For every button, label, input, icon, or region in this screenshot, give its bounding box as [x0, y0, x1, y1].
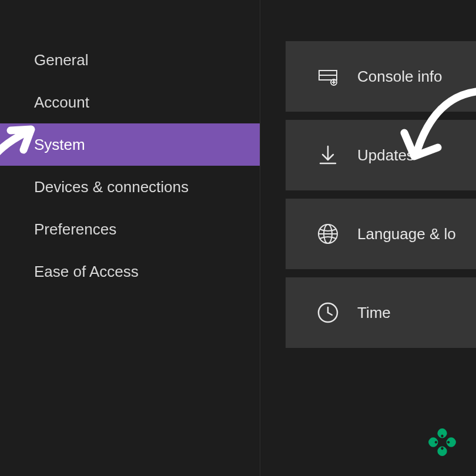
- settings-content: Console info Updates Language & lo: [286, 41, 476, 348]
- settings-sidebar: General Account System Devices & connect…: [0, 0, 260, 476]
- sidebar-item-label: System: [34, 136, 85, 154]
- sidebar-item-label: Ease of Access: [34, 263, 139, 281]
- sidebar-item-label: Account: [34, 93, 89, 112]
- console-info-icon: [316, 65, 340, 88]
- sidebar-item-preferences[interactable]: Preferences: [0, 208, 260, 250]
- svg-line-12: [328, 313, 332, 315]
- download-icon: [316, 143, 340, 167]
- tile-label: Time: [357, 304, 391, 322]
- sidebar-item-account[interactable]: Account: [0, 81, 260, 123]
- brand-logo-icon: [420, 420, 464, 464]
- tile-label: Updates: [357, 146, 414, 165]
- svg-rect-15: [427, 435, 440, 449]
- tile-console-info[interactable]: Console info: [286, 41, 476, 112]
- sidebar-item-ease-of-access[interactable]: Ease of Access: [0, 250, 260, 293]
- tile-language-location[interactable]: Language & lo: [286, 199, 476, 269]
- tile-updates[interactable]: Updates: [286, 120, 476, 190]
- svg-rect-16: [435, 444, 449, 458]
- clock-icon: [316, 301, 340, 324]
- svg-rect-14: [444, 435, 458, 449]
- sidebar-item-general[interactable]: General: [0, 39, 260, 81]
- sidebar-item-label: General: [34, 51, 89, 69]
- sidebar-item-system[interactable]: System: [0, 123, 260, 166]
- sidebar-item-devices[interactable]: Devices & connections: [0, 166, 260, 208]
- sidebar-item-label: Devices & connections: [34, 178, 189, 196]
- tile-label: Language & lo: [357, 225, 456, 243]
- tile-label: Console info: [357, 68, 443, 86]
- svg-rect-13: [435, 427, 449, 440]
- tile-time[interactable]: Time: [286, 277, 476, 348]
- sidebar-item-label: Preferences: [34, 220, 116, 239]
- globe-icon: [316, 222, 340, 246]
